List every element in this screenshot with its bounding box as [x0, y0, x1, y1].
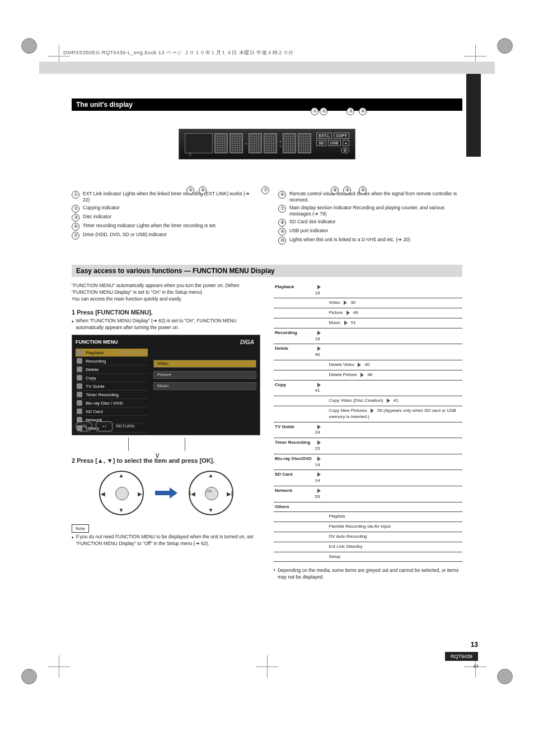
menu-item-sublabel: HDD: Timer rec. — [107, 350, 147, 355]
menu-item-icon — [77, 392, 82, 397]
transition-arrow-icon — [155, 487, 177, 499]
segment-digit — [264, 133, 277, 153]
menu-hint-bar: OK ⮐ RETURN — [76, 421, 134, 431]
fm-value: Video 30 — [328, 298, 463, 308]
menu-option[interactable]: Picture — [153, 371, 256, 379]
fm-pageref: 55 — [314, 486, 328, 503]
legend-left: ①EXT Link indicator Lights when the link… — [72, 191, 256, 246]
table-row: Picture 46 — [274, 308, 462, 318]
fm-value — [328, 470, 463, 486]
menu-item[interactable]: PlaybackHDD: Timer rec. — [76, 349, 148, 357]
left-arrow-icon: ◀ — [100, 490, 106, 498]
print-rosette — [497, 669, 513, 684]
fm-key — [274, 370, 314, 380]
fm-value: Delete Video 40 — [328, 360, 463, 370]
up-arrow-icon: ▲ — [208, 472, 214, 480]
bullet-icon: • — [72, 534, 74, 547]
menu-item[interactable]: Recording — [76, 357, 148, 365]
page-num-small: 13 — [473, 664, 478, 669]
fm-pageref: 14 — [314, 454, 328, 470]
step2-heading: 2 Press [▲, ▼] to select the item and pr… — [72, 457, 260, 465]
display-panel-figure: ① ② ③ ④ · : — [72, 118, 462, 174]
table-row: Music 51 — [274, 318, 462, 328]
direction-pad-figure: ▲ ▼ ◀ ▶ ▲ ▼ I◀ ▶I OK — [72, 471, 260, 515]
page-root: DMRXS350EG-RQT9439-L_eng.book 13 ページ ２０１… — [0, 0, 534, 756]
ext-l-label: EXT-L — [316, 133, 332, 139]
fm-key — [274, 552, 314, 562]
step2-note: If you do not need FUNCTION MENU to be d… — [76, 534, 260, 547]
fm-key: Timer Recording — [274, 438, 314, 454]
menu-item[interactable]: Blu-ray Disc / DVD — [76, 399, 148, 407]
fm-value — [328, 502, 463, 512]
ok-label: OK — [207, 489, 212, 494]
left-column: "FUNCTION MENU" automatically appears wh… — [72, 283, 260, 581]
menu-item-label: TV Guide — [86, 383, 105, 389]
table-row: Copy Video (Disc Creation) 41 — [274, 396, 462, 406]
disc-icon: ● — [343, 140, 349, 146]
fm-key — [274, 396, 314, 406]
fm-key: SD Card — [274, 470, 314, 486]
fm-pageref — [314, 502, 328, 512]
ok-hint-icon: OK — [76, 421, 92, 431]
menu-item-label: Copy — [86, 375, 96, 381]
fm-value — [328, 438, 463, 454]
drive-indicator-box — [185, 133, 213, 153]
menu-item-label: Recording — [86, 358, 106, 364]
return-hint-icon: ⮐ — [96, 421, 113, 431]
table-row: Blu-ray Disc/DVD14 — [274, 454, 462, 470]
fm-key: Copy — [274, 380, 314, 396]
sd-label: SD — [316, 140, 326, 146]
fm-value: DV Auto Recording — [328, 532, 463, 542]
fm-value — [328, 422, 463, 438]
menu-option[interactable]: Video — [153, 360, 256, 368]
menu-option[interactable]: Music — [153, 382, 256, 390]
print-rosette — [21, 38, 37, 54]
fm-key: Others — [274, 502, 314, 512]
menu-title: FUNCTION MENU — [76, 339, 256, 346]
down-arrow-icon: ▼ — [119, 506, 124, 514]
remote-feedback-icon: ▯ — [189, 152, 191, 157]
table-row: Delete Picture 48 — [274, 370, 462, 380]
step1-bullet: When "FUNCTION MENU Display" (➔ 62) is s… — [76, 318, 260, 331]
table-row: Setup — [274, 552, 462, 562]
fm-value: Copy Video (Disc Creation) 41 — [328, 396, 463, 406]
segment-digit — [283, 133, 296, 153]
table-row: DV Auto Recording — [274, 532, 462, 542]
direction-pad-before: ▲ ▼ ◀ ▶ — [99, 471, 144, 515]
right-skip-icon: ▶I — [227, 490, 232, 498]
copy-label: COPY — [334, 133, 349, 139]
step1-heading: 1 Press [FUNCTION MENU]. — [72, 308, 260, 317]
menu-item-icon — [77, 400, 82, 406]
side-label-group: EXT-L COPY SD USB ● ⏲ — [316, 133, 349, 153]
menu-item-icon — [77, 383, 82, 389]
fm-value: Flexible Recording via AV input — [328, 522, 463, 532]
down-arrow-icon: ▼ — [208, 506, 214, 514]
fm-key — [274, 298, 314, 308]
menu-item[interactable]: SD Card — [76, 407, 148, 416]
function-menu-table: Playback18Video 30Picture 46Music 51Reco… — [274, 283, 462, 562]
fm-value: Picture 46 — [328, 308, 463, 318]
menu-right-pane: Video Picture Music — [153, 360, 256, 390]
fm-value — [328, 344, 463, 360]
fm-value — [328, 486, 463, 503]
fm-key: Delete — [274, 344, 314, 360]
file-stamp: DMRXS350EG-RQT9439-L_eng.book 13 ページ ２０１… — [63, 49, 294, 57]
intro-text: "FUNCTION MENU" automatically appears wh… — [72, 283, 260, 303]
menu-item[interactable]: Delete — [76, 365, 148, 374]
fm-key — [274, 512, 314, 522]
note-badge: Note — [72, 524, 89, 533]
table-row: Timer Recording25 — [274, 438, 462, 454]
fm-key — [274, 360, 314, 370]
content-area: The unit's display ① ② ③ ④ · — [72, 98, 462, 581]
menu-item[interactable]: Copy — [76, 374, 148, 382]
fm-key — [274, 318, 314, 328]
fm-key: Network — [274, 486, 314, 503]
table-row: Copy New Pictures 50 (Appears only when … — [274, 406, 462, 422]
table-row: Delete Video 40 — [274, 360, 462, 370]
fm-value: Ext Link Standby — [328, 542, 463, 552]
menu-item[interactable]: TV Guide — [76, 382, 148, 391]
usb-label: USB — [328, 140, 341, 146]
menu-item[interactable]: Timer Recording — [76, 391, 148, 399]
page-code-badge: RQT9439 — [445, 652, 478, 661]
table-row: Playback18 — [274, 283, 462, 298]
